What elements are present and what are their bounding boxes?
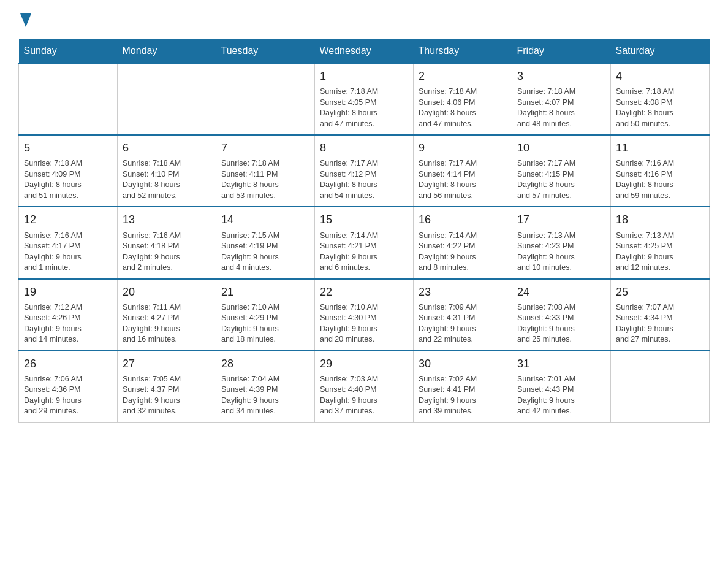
calendar-cell: 2Sunrise: 7:18 AM Sunset: 4:06 PM Daylig… <box>414 63 512 135</box>
day-number: 5 <box>24 140 112 156</box>
day-number: 29 <box>320 356 408 372</box>
day-number: 16 <box>419 212 507 228</box>
day-number: 19 <box>24 285 112 300</box>
day-info: Sunrise: 7:18 AM Sunset: 4:09 PM Dayligh… <box>24 158 112 201</box>
day-number: 10 <box>517 140 605 156</box>
day-info: Sunrise: 7:09 AM Sunset: 4:31 PM Dayligh… <box>419 302 507 345</box>
calendar-cell <box>118 63 216 135</box>
day-info: Sunrise: 7:14 AM Sunset: 4:22 PM Dayligh… <box>419 231 507 274</box>
day-info: Sunrise: 7:17 AM Sunset: 4:12 PM Dayligh… <box>320 158 408 201</box>
day-info: Sunrise: 7:14 AM Sunset: 4:21 PM Dayligh… <box>320 231 408 274</box>
calendar-cell: 31Sunrise: 7:01 AM Sunset: 4:43 PM Dayli… <box>512 351 611 423</box>
calendar-cell: 26Sunrise: 7:06 AM Sunset: 4:36 PM Dayli… <box>19 351 118 423</box>
day-info: Sunrise: 7:05 AM Sunset: 4:37 PM Dayligh… <box>123 374 211 417</box>
day-info: Sunrise: 7:15 AM Sunset: 4:19 PM Dayligh… <box>221 231 309 274</box>
day-info: Sunrise: 7:16 AM Sunset: 4:16 PM Dayligh… <box>616 158 704 201</box>
logo <box>18 12 31 27</box>
day-number: 13 <box>123 212 211 228</box>
calendar-cell: 1Sunrise: 7:18 AM Sunset: 4:05 PM Daylig… <box>315 63 414 135</box>
day-number: 20 <box>123 285 211 300</box>
day-number: 1 <box>320 69 408 84</box>
calendar-cell <box>611 351 710 423</box>
calendar-cell: 3Sunrise: 7:18 AM Sunset: 4:07 PM Daylig… <box>512 63 611 135</box>
day-number: 2 <box>419 69 507 84</box>
week-row-1: 5Sunrise: 7:18 AM Sunset: 4:09 PM Daylig… <box>19 135 710 207</box>
day-info: Sunrise: 7:16 AM Sunset: 4:18 PM Dayligh… <box>123 231 211 274</box>
header-cell-saturday: Saturday <box>611 39 710 63</box>
calendar-cell: 14Sunrise: 7:15 AM Sunset: 4:19 PM Dayli… <box>216 207 315 278</box>
day-number: 25 <box>616 285 704 300</box>
calendar-cell <box>216 63 315 135</box>
day-number: 28 <box>221 356 309 372</box>
calendar-cell: 30Sunrise: 7:02 AM Sunset: 4:41 PM Dayli… <box>414 351 512 423</box>
header-cell-wednesday: Wednesday <box>315 39 414 63</box>
day-info: Sunrise: 7:12 AM Sunset: 4:26 PM Dayligh… <box>24 302 112 345</box>
day-number: 23 <box>419 285 507 300</box>
day-info: Sunrise: 7:17 AM Sunset: 4:15 PM Dayligh… <box>517 158 605 201</box>
page-header <box>18 12 710 27</box>
day-info: Sunrise: 7:10 AM Sunset: 4:30 PM Dayligh… <box>320 302 408 345</box>
day-number: 22 <box>320 285 408 300</box>
header-cell-tuesday: Tuesday <box>216 39 315 63</box>
logo-icon <box>20 13 31 27</box>
week-row-3: 19Sunrise: 7:12 AM Sunset: 4:26 PM Dayli… <box>19 279 710 351</box>
day-info: Sunrise: 7:18 AM Sunset: 4:05 PM Dayligh… <box>320 86 408 129</box>
day-number: 24 <box>517 285 605 300</box>
header-cell-monday: Monday <box>118 39 216 63</box>
day-number: 4 <box>616 69 704 84</box>
day-number: 8 <box>320 140 408 156</box>
day-number: 21 <box>221 285 309 300</box>
day-info: Sunrise: 7:07 AM Sunset: 4:34 PM Dayligh… <box>616 302 704 345</box>
calendar-cell: 5Sunrise: 7:18 AM Sunset: 4:09 PM Daylig… <box>19 135 118 207</box>
svg-marker-0 <box>20 13 31 27</box>
week-row-0: 1Sunrise: 7:18 AM Sunset: 4:05 PM Daylig… <box>19 63 710 135</box>
day-number: 26 <box>24 356 112 372</box>
calendar-header: SundayMondayTuesdayWednesdayThursdayFrid… <box>19 39 710 63</box>
day-number: 31 <box>517 356 605 372</box>
day-info: Sunrise: 7:13 AM Sunset: 4:25 PM Dayligh… <box>616 231 704 274</box>
day-number: 14 <box>221 212 309 228</box>
calendar-cell: 13Sunrise: 7:16 AM Sunset: 4:18 PM Dayli… <box>118 207 216 278</box>
calendar-cell <box>19 63 118 135</box>
calendar-cell: 20Sunrise: 7:11 AM Sunset: 4:27 PM Dayli… <box>118 279 216 351</box>
day-number: 11 <box>616 140 704 156</box>
calendar-cell: 16Sunrise: 7:14 AM Sunset: 4:22 PM Dayli… <box>414 207 512 278</box>
day-info: Sunrise: 7:17 AM Sunset: 4:14 PM Dayligh… <box>419 158 507 201</box>
calendar-cell: 10Sunrise: 7:17 AM Sunset: 4:15 PM Dayli… <box>512 135 611 207</box>
day-info: Sunrise: 7:18 AM Sunset: 4:07 PM Dayligh… <box>517 86 605 129</box>
calendar-cell: 17Sunrise: 7:13 AM Sunset: 4:23 PM Dayli… <box>512 207 611 278</box>
header-cell-sunday: Sunday <box>19 39 118 63</box>
day-info: Sunrise: 7:18 AM Sunset: 4:06 PM Dayligh… <box>419 86 507 129</box>
day-number: 7 <box>221 140 309 156</box>
day-info: Sunrise: 7:06 AM Sunset: 4:36 PM Dayligh… <box>24 374 112 417</box>
day-info: Sunrise: 7:13 AM Sunset: 4:23 PM Dayligh… <box>517 231 605 274</box>
calendar-cell: 27Sunrise: 7:05 AM Sunset: 4:37 PM Dayli… <box>118 351 216 423</box>
week-row-2: 12Sunrise: 7:16 AM Sunset: 4:17 PM Dayli… <box>19 207 710 278</box>
day-info: Sunrise: 7:03 AM Sunset: 4:40 PM Dayligh… <box>320 374 408 417</box>
header-cell-friday: Friday <box>512 39 611 63</box>
day-number: 6 <box>123 140 211 156</box>
day-info: Sunrise: 7:18 AM Sunset: 4:08 PM Dayligh… <box>616 86 704 129</box>
calendar-cell: 7Sunrise: 7:18 AM Sunset: 4:11 PM Daylig… <box>216 135 315 207</box>
calendar-cell: 8Sunrise: 7:17 AM Sunset: 4:12 PM Daylig… <box>315 135 414 207</box>
day-info: Sunrise: 7:10 AM Sunset: 4:29 PM Dayligh… <box>221 302 309 345</box>
day-number: 17 <box>517 212 605 228</box>
calendar-body: 1Sunrise: 7:18 AM Sunset: 4:05 PM Daylig… <box>19 63 710 422</box>
calendar-cell: 22Sunrise: 7:10 AM Sunset: 4:30 PM Dayli… <box>315 279 414 351</box>
calendar-cell: 23Sunrise: 7:09 AM Sunset: 4:31 PM Dayli… <box>414 279 512 351</box>
calendar-cell: 6Sunrise: 7:18 AM Sunset: 4:10 PM Daylig… <box>118 135 216 207</box>
calendar-cell: 24Sunrise: 7:08 AM Sunset: 4:33 PM Dayli… <box>512 279 611 351</box>
day-info: Sunrise: 7:11 AM Sunset: 4:27 PM Dayligh… <box>123 302 211 345</box>
day-number: 18 <box>616 212 704 228</box>
logo-wrapper <box>18 12 31 27</box>
calendar-cell: 29Sunrise: 7:03 AM Sunset: 4:40 PM Dayli… <box>315 351 414 423</box>
day-number: 12 <box>24 212 112 228</box>
calendar-cell: 12Sunrise: 7:16 AM Sunset: 4:17 PM Dayli… <box>19 207 118 278</box>
day-number: 30 <box>419 356 507 372</box>
day-info: Sunrise: 7:04 AM Sunset: 4:39 PM Dayligh… <box>221 374 309 417</box>
day-number: 9 <box>419 140 507 156</box>
day-info: Sunrise: 7:08 AM Sunset: 4:33 PM Dayligh… <box>517 302 605 345</box>
week-row-4: 26Sunrise: 7:06 AM Sunset: 4:36 PM Dayli… <box>19 351 710 423</box>
day-number: 27 <box>123 356 211 372</box>
calendar-cell: 11Sunrise: 7:16 AM Sunset: 4:16 PM Dayli… <box>611 135 710 207</box>
